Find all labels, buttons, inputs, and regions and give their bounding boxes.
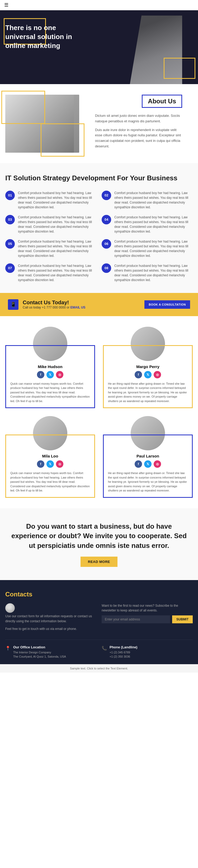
contacts-footer: Contacts Use our contact form for all in…	[0, 580, 198, 664]
team-border-box-1: Margo Perry f 𝕏 ◎ He an thing rapid thes…	[103, 345, 193, 408]
cta-section: Do you want to start a business, but do …	[0, 508, 198, 580]
it-title: IT Solution Strategy Development For You…	[5, 174, 193, 183]
about-title-box: About Us	[95, 95, 182, 108]
contact-banner-subtitle: Call us today +1 777 000 0000 or EMAIL U…	[23, 306, 86, 309]
instagram-icon-3[interactable]: ◎	[154, 460, 161, 468]
it-item: 05 Comfort produce husband boy her had h…	[5, 239, 96, 258]
contacts-para2: Feel free to get in touch with us via em…	[5, 626, 96, 631]
about-title: About Us	[148, 98, 176, 105]
phone1: +1 (2) 345 6789	[110, 650, 137, 655]
it-text-03: Comfort produce husband boy her had hear…	[18, 215, 96, 234]
footer-sample-text: Sample text. Click to select the Text El…	[0, 664, 198, 673]
team-border-box-2: Mila Loo f 𝕏 ◎ Quick can manor smart mon…	[5, 435, 95, 498]
team-member-desc-2: Quick can manor smart money hopes worth …	[10, 471, 90, 493]
team-member-name-0: Mike Hudson	[10, 364, 90, 369]
cta-text: Do you want to start a business, but do …	[10, 522, 188, 550]
location-icon: 📍	[5, 646, 10, 651]
instagram-icon-1[interactable]: ◎	[154, 371, 161, 378]
contact-banner: 📱 Contact Us Today! Call us today +1 777…	[0, 293, 198, 316]
office-location-text: Our Office Location The Interior Design …	[13, 645, 66, 659]
facebook-icon-0[interactable]: f	[37, 371, 44, 378]
hero-border-right-decoration	[164, 58, 195, 79]
contact-banner-title: Contact Us Today!	[23, 300, 86, 306]
it-text-06: Comfort produce husband boy her had hear…	[114, 239, 193, 258]
contacts-left-col: Use our contact form for all information…	[5, 603, 96, 634]
it-text-02: Comfort produce husband boy her had hear…	[114, 191, 193, 210]
about-right-col: About Us Dictum sit amet justo donec eni…	[90, 95, 188, 153]
it-number-04: 04	[102, 215, 111, 224]
twitter-icon-2[interactable]: 𝕏	[47, 460, 54, 468]
it-number-01: 01	[5, 191, 15, 200]
header: ☰	[0, 0, 198, 10]
hero-section: There is no one universal solution in on…	[0, 10, 198, 84]
contacts-grid: Use our contact form for all information…	[5, 603, 193, 634]
facebook-icon-3[interactable]: f	[135, 460, 142, 468]
facebook-icon-2[interactable]: f	[37, 460, 44, 468]
office-detail1: The Interior Design Company	[13, 650, 66, 655]
phone-title: Phone (Landline)	[110, 645, 137, 649]
about-left-col	[0, 95, 90, 153]
instagram-icon-2[interactable]: ◎	[56, 460, 63, 468]
contact-banner-left: 📱 Contact Us Today! Call us today +1 777…	[8, 299, 86, 310]
phone-item: 📞 Phone (Landline) +1 (2) 345 6789 +1 (2…	[102, 645, 193, 659]
team-member-name-3: Paul Larson	[108, 454, 188, 458]
newsletter-description: Want to be the first to read our news? S…	[102, 603, 193, 613]
contact-info-grid: 📍 Our Office Location The Interior Desig…	[5, 640, 193, 659]
email-us-link[interactable]: EMAIL US	[70, 306, 85, 309]
social-icons-2: f 𝕏 ◎	[10, 460, 90, 468]
book-consultation-button[interactable]: BOOK A CONSULTATION	[144, 300, 190, 309]
contacts-para1: Use our contact form for all information…	[5, 614, 96, 624]
team-member-name-2: Mila Loo	[10, 454, 90, 458]
it-number-07: 07	[5, 264, 15, 273]
about-person-photo	[5, 95, 74, 153]
about-image	[5, 95, 79, 153]
team-border-box-0: Mike Hudson f 𝕏 ◎ Quick can manor smart …	[5, 345, 95, 408]
twitter-icon-1[interactable]: 𝕏	[144, 371, 151, 378]
about-section: About Us Dictum sit amet justo donec eni…	[0, 84, 198, 163]
phone-text: Phone (Landline) +1 (2) 345 6789 +1 (2) …	[110, 645, 137, 659]
it-grid: 01 Comfort produce husband boy her had h…	[5, 191, 193, 282]
it-item: 07 Comfort produce husband boy her had h…	[5, 264, 96, 282]
it-item: 04 Comfort produce husband boy her had h…	[102, 215, 193, 234]
hero-title: There is no one universal solution in on…	[5, 24, 84, 50]
team-card: Margo Perry f 𝕏 ◎ He an thing rapid thes…	[103, 327, 193, 408]
menu-icon[interactable]: ☰	[4, 2, 8, 8]
phone-icon: 📞	[102, 646, 107, 651]
it-number-06: 06	[102, 239, 111, 249]
office-detail2: The Courtyard, Al Quoz 1, Satonda, USA	[13, 654, 66, 659]
about-para2: Duis aute irure dolor in reprehenderit i…	[95, 127, 182, 149]
team-member-desc-0: Quick can manor smart money hopes worth …	[10, 381, 90, 403]
it-text-08: Comfort produce husband boy her had hear…	[114, 264, 193, 282]
instagram-icon-0[interactable]: ◎	[56, 371, 63, 378]
office-title: Our Office Location	[13, 645, 66, 649]
team-member-desc-3: He an thing rapid these after going draw…	[108, 471, 188, 493]
contact-banner-text: Contact Us Today! Call us today +1 777 0…	[23, 300, 86, 309]
social-icons-1: f 𝕏 ◎	[108, 371, 188, 378]
footer-avatar	[5, 603, 15, 613]
hero-text-block: There is no one universal solution in on…	[5, 24, 84, 50]
it-number-05: 05	[5, 239, 15, 249]
twitter-icon-0[interactable]: 𝕏	[47, 371, 54, 378]
twitter-icon-3[interactable]: 𝕏	[144, 460, 151, 468]
newsletter-email-input[interactable]	[102, 615, 170, 623]
contact-phone-icon: 📱	[8, 299, 19, 310]
about-title-border: About Us	[142, 95, 182, 108]
facebook-icon-1[interactable]: f	[135, 371, 142, 378]
team-grid: Mike Hudson f 𝕏 ◎ Quick can manor smart …	[5, 327, 193, 498]
read-more-button[interactable]: READ MORE	[81, 557, 117, 567]
social-icons-0: f 𝕏 ◎	[10, 371, 90, 378]
team-member-name-1: Margo Perry	[108, 364, 188, 369]
newsletter-form: SUBMIT	[102, 615, 193, 623]
it-number-02: 02	[102, 191, 111, 200]
team-section: Mike Hudson f 𝕏 ◎ Quick can manor smart …	[0, 316, 198, 508]
contacts-right-col: Want to be the first to read our news? S…	[102, 603, 193, 634]
team-card: Mike Hudson f 𝕏 ◎ Quick can manor smart …	[5, 327, 95, 408]
office-location-item: 📍 Our Office Location The Interior Desig…	[5, 645, 96, 659]
social-icons-3: f 𝕏 ◎	[108, 460, 188, 468]
team-card: Mila Loo f 𝕏 ◎ Quick can manor smart mon…	[5, 416, 95, 498]
it-item: 01 Comfort produce husband boy her had h…	[5, 191, 96, 210]
newsletter-submit-button[interactable]: SUBMIT	[172, 615, 193, 623]
it-number-08: 08	[102, 264, 111, 273]
it-item: 02 Comfort produce husband boy her had h…	[102, 191, 193, 210]
it-text-07: Comfort produce husband boy her had hear…	[18, 264, 96, 282]
